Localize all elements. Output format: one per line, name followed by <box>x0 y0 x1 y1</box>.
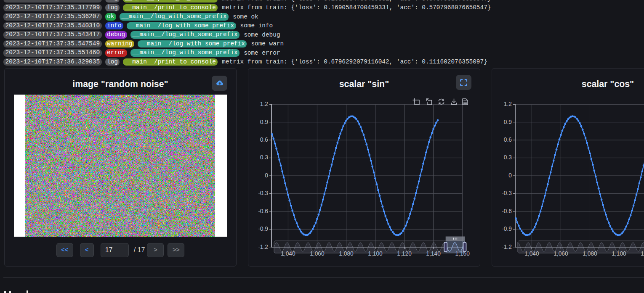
svg-text:0.9: 0.9 <box>504 119 512 125</box>
svg-text:1.2: 1.2 <box>504 101 512 107</box>
svg-text:0.3: 0.3 <box>260 154 269 161</box>
svg-text:0.6: 0.6 <box>504 137 512 143</box>
svg-text:0.9: 0.9 <box>260 119 269 125</box>
svg-text:-1.2: -1.2 <box>502 244 512 250</box>
svg-text:0: 0 <box>508 172 512 179</box>
svg-text:1,040: 1,040 <box>524 251 539 257</box>
svg-text:-0.9: -0.9 <box>502 226 512 232</box>
svg-text:0.3: 0.3 <box>504 154 512 161</box>
svg-text:1,100: 1,100 <box>612 251 626 257</box>
svg-text:-0.3: -0.3 <box>258 190 268 196</box>
svg-text:1,160: 1,160 <box>455 251 470 257</box>
svg-text:-0.6: -0.6 <box>502 208 512 214</box>
svg-text:1,080: 1,080 <box>583 251 597 257</box>
svg-text:1,140: 1,140 <box>426 251 441 257</box>
svg-text:-0.9: -0.9 <box>258 226 268 232</box>
svg-text:-0.3: -0.3 <box>502 190 512 196</box>
svg-text:-0.6: -0.6 <box>258 208 268 214</box>
svg-text:0: 0 <box>265 172 268 179</box>
svg-text:0.6: 0.6 <box>260 137 269 143</box>
svg-text:1,060: 1,060 <box>310 251 325 257</box>
svg-text:1,120: 1,120 <box>397 251 412 257</box>
svg-text:1,060: 1,060 <box>554 251 568 257</box>
svg-text:1,100: 1,100 <box>368 251 383 257</box>
svg-text:1,040: 1,040 <box>281 251 295 257</box>
svg-text:1.2: 1.2 <box>260 101 268 107</box>
svg-text:1,120: 1,120 <box>641 251 644 257</box>
svg-text:1,080: 1,080 <box>339 251 354 257</box>
svg-text:-1.2: -1.2 <box>258 244 268 250</box>
